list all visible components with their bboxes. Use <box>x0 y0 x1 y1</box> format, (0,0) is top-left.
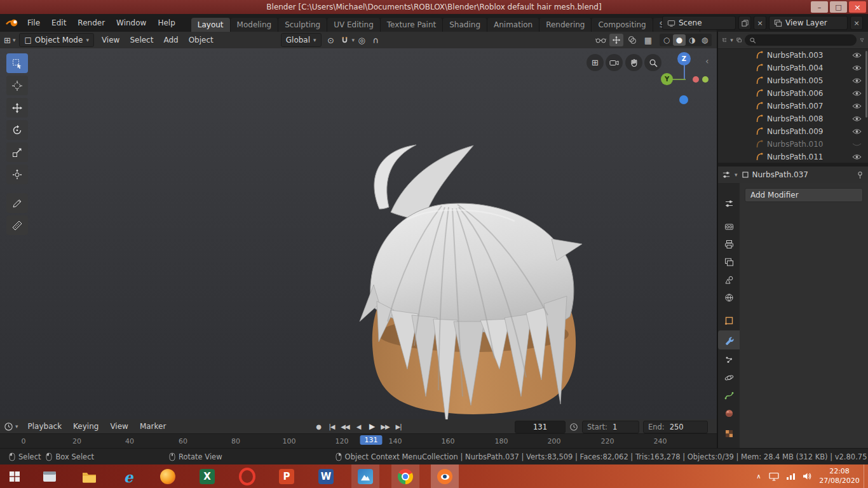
move-tool[interactable] <box>6 98 28 118</box>
show-gizmo-button[interactable] <box>593 34 607 46</box>
tab-animation[interactable]: Animation <box>487 18 539 32</box>
menu-file[interactable]: File <box>22 14 46 32</box>
rendered-shading-button[interactable]: ◍ <box>698 34 711 46</box>
outliner-editor-icon[interactable] <box>722 36 727 44</box>
outliner-search[interactable] <box>745 34 857 46</box>
tab-output[interactable] <box>718 235 740 253</box>
select-box-tool[interactable] <box>6 53 28 73</box>
tab-material[interactable] <box>718 404 740 422</box>
previous-keyframe-button[interactable]: ◀◀ <box>339 421 351 432</box>
solid-shading-button[interactable]: ● <box>673 34 686 46</box>
outliner-item[interactable]: NurbsPath.010 <box>718 138 868 151</box>
x-axis-dot[interactable] <box>693 76 699 83</box>
visibility-eye-icon[interactable] <box>852 90 862 97</box>
tab-sculpting[interactable]: Sculpting <box>278 18 327 32</box>
z-axis-ball[interactable]: Z <box>677 52 691 65</box>
menu-help[interactable]: Help <box>152 14 180 32</box>
menu-object[interactable]: Object <box>184 36 219 44</box>
gizmos-toggle-button[interactable] <box>609 34 623 46</box>
overlays-toggle-button[interactable] <box>625 34 639 46</box>
tray-expand-button[interactable]: ∧ <box>752 473 766 480</box>
excel-button[interactable]: X <box>199 468 215 485</box>
outliner-item[interactable]: NurbsPath.006 <box>718 87 868 100</box>
taskbar-clock[interactable]: 22:08 27/08/2020 <box>815 467 864 486</box>
camera-view-button[interactable] <box>606 54 623 71</box>
menu-render[interactable]: Render <box>72 14 111 32</box>
outliner-search-input[interactable] <box>759 36 852 44</box>
photos-button[interactable] <box>357 468 374 485</box>
visibility-eye-icon[interactable] <box>852 65 862 71</box>
tab-world[interactable] <box>718 288 740 306</box>
outliner-item[interactable]: NurbsPath.005 <box>718 74 868 87</box>
cursor-tool[interactable] <box>6 76 28 95</box>
start-button[interactable] <box>6 468 23 485</box>
transform-tool[interactable] <box>6 165 28 184</box>
menu-edit[interactable]: Edit <box>46 14 72 32</box>
tab-render[interactable] <box>718 217 740 235</box>
tab-tool[interactable] <box>718 194 740 212</box>
xray-toggle-button[interactable]: ▦ <box>641 34 655 46</box>
outliner-item[interactable]: NurbsPath.007 <box>718 100 868 112</box>
opera-button[interactable] <box>239 468 255 485</box>
tab-view-layer[interactable] <box>718 253 740 271</box>
visibility-eye-icon[interactable] <box>852 116 862 122</box>
tab-modeling[interactable]: Modeling <box>231 18 279 32</box>
tab-particles[interactable] <box>718 351 740 369</box>
tab-compositing[interactable]: Compositing <box>592 18 653 32</box>
tab-texture[interactable] <box>718 424 740 442</box>
pan-view-button[interactable] <box>625 54 642 71</box>
z-neg-axis-dot[interactable] <box>679 95 688 104</box>
visibility-eye-icon[interactable] <box>852 78 862 84</box>
new-scene-button[interactable] <box>738 16 751 30</box>
tab-object-data[interactable] <box>718 386 740 404</box>
auto-keying-button[interactable]: ● <box>312 421 325 432</box>
playhead-marker[interactable]: 131 <box>360 435 383 445</box>
tab-modifiers[interactable] <box>718 330 740 349</box>
filter-icon[interactable] <box>860 36 864 44</box>
menu-window[interactable]: Window <box>111 14 152 32</box>
falloff-button[interactable]: ∩ <box>369 34 383 46</box>
display-tray-button[interactable] <box>766 472 782 481</box>
mode-dropdown[interactable]: □ Object Mode ▾ <box>19 33 93 47</box>
visibility-eye-icon[interactable] <box>852 103 862 109</box>
menu-view[interactable]: View <box>104 422 133 431</box>
orientation-dropdown[interactable]: Global ▾ <box>281 33 322 47</box>
outliner-item[interactable]: NurbsPath.011 <box>718 151 868 163</box>
end-frame-field[interactable]: End: 250 <box>643 421 708 433</box>
current-frame-field[interactable]: 131 <box>515 421 566 433</box>
chrome-button[interactable] <box>397 468 414 485</box>
unlink-scene-button[interactable]: × <box>754 16 766 30</box>
menu-select[interactable]: Select <box>125 36 158 44</box>
visibility-eye-icon[interactable] <box>852 52 862 58</box>
maximize-button[interactable]: □ <box>830 1 847 13</box>
taskbar-app-button[interactable] <box>41 468 58 485</box>
tab-texture-paint[interactable]: Texture Paint <box>381 18 443 32</box>
pin-icon[interactable] <box>856 171 864 179</box>
minimize-button[interactable]: – <box>811 1 828 13</box>
rotate-tool[interactable] <box>6 120 28 140</box>
visibility-eye-icon[interactable] <box>852 154 862 160</box>
snapping-button[interactable] <box>338 34 352 46</box>
unlink-view-layer-button[interactable]: × <box>850 16 863 30</box>
preview-range-clock-icon[interactable] <box>569 423 578 431</box>
visibility-eye-closed-icon[interactable] <box>852 141 862 147</box>
blender-button[interactable] <box>437 468 453 485</box>
editor-type-button[interactable]: ⊞ ▾ <box>0 36 19 45</box>
view-layer-selector[interactable]: View Layer <box>769 16 848 30</box>
outliner-scrollbar[interactable] <box>865 51 867 118</box>
menu-keying[interactable]: Keying <box>67 422 104 431</box>
close-button[interactable]: × <box>849 1 866 13</box>
display-mode-icon[interactable] <box>736 36 742 44</box>
tab-layout[interactable]: Layout <box>191 18 231 32</box>
measure-tool[interactable] <box>6 215 28 235</box>
volume-tray-button[interactable] <box>799 472 815 480</box>
grid-perspective-button[interactable]: ⊞ <box>587 54 604 71</box>
powerpoint-button[interactable]: P <box>278 468 295 485</box>
jump-to-start-button[interactable]: |◀ <box>325 421 338 432</box>
material-preview-button[interactable]: ◑ <box>686 34 698 46</box>
menu-marker[interactable]: Marker <box>134 422 172 431</box>
blender-logo-icon[interactable] <box>5 17 19 29</box>
internet-explorer-button[interactable]: e <box>120 468 137 485</box>
file-explorer-button[interactable] <box>81 468 97 485</box>
sidebar-collapse-arrow[interactable]: ‹ <box>705 56 709 66</box>
